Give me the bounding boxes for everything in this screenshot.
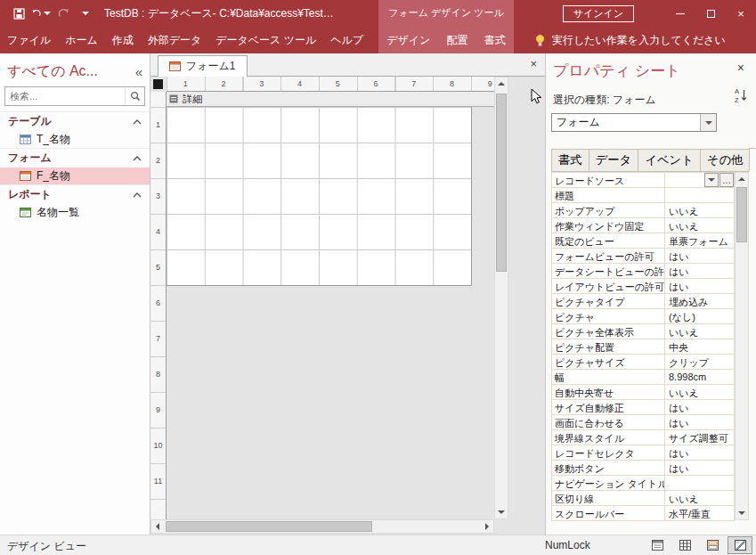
document-close-button[interactable]: × bbox=[530, 57, 537, 70]
design-view-button[interactable] bbox=[728, 536, 752, 554]
property-row[interactable]: スクロールバー水平/垂直 bbox=[552, 506, 734, 521]
detail-section-bar[interactable]: 詳細 bbox=[167, 92, 494, 107]
scroll-up-button[interactable] bbox=[736, 173, 748, 185]
redo-button[interactable] bbox=[53, 4, 73, 23]
nav-group-forms: フォーム F_名物 bbox=[0, 148, 150, 184]
nav-group-header-tables[interactable]: テーブル bbox=[0, 112, 150, 131]
tab-file[interactable]: ファイル bbox=[0, 27, 58, 53]
property-row[interactable]: レイアウトビューの許可はい bbox=[552, 279, 734, 294]
layout-view-icon bbox=[707, 540, 719, 551]
property-row[interactable]: 標題 bbox=[552, 188, 734, 203]
property-row[interactable]: ポップアップいいえ bbox=[552, 203, 734, 218]
property-row[interactable]: サイズ自動修正はい bbox=[552, 400, 734, 415]
property-row[interactable]: ピクチャタイプ埋め込み bbox=[552, 294, 734, 309]
chevron-down-icon bbox=[705, 121, 712, 125]
scroll-left-button[interactable] bbox=[151, 520, 164, 533]
object-selector-dropdown-button[interactable] bbox=[700, 114, 716, 131]
horizontal-scroll-thumb[interactable] bbox=[166, 521, 372, 532]
property-row[interactable]: 画面に合わせるはい bbox=[552, 415, 734, 430]
nav-item-table[interactable]: T_名物 bbox=[0, 131, 150, 148]
property-row[interactable]: 幅8.998cm bbox=[552, 370, 734, 385]
property-sheet-scrollbar[interactable] bbox=[735, 172, 749, 520]
form-design-grid[interactable] bbox=[167, 107, 472, 286]
property-row[interactable]: 自動中央寄せいいえ bbox=[552, 385, 734, 400]
document-horizontal-scrollbar[interactable] bbox=[150, 519, 494, 534]
horizontal-ruler[interactable]: 1 2 3 4 5 6 7 8 9 bbox=[167, 77, 494, 92]
maximize-button[interactable] bbox=[695, 0, 726, 27]
svg-text:A: A bbox=[735, 87, 739, 95]
tab-arrange[interactable]: 配置 bbox=[440, 27, 476, 53]
minimize-button[interactable] bbox=[665, 0, 695, 27]
property-scroll-thumb[interactable] bbox=[736, 187, 747, 242]
property-row[interactable]: 作業ウィンドウ固定いいえ bbox=[552, 218, 734, 233]
navigation-pane-title: すべての Ac... bbox=[7, 62, 135, 81]
form-view-button[interactable] bbox=[645, 536, 670, 554]
scroll-down-button[interactable] bbox=[495, 506, 508, 518]
property-row[interactable]: ナビゲーション タイトル bbox=[552, 476, 734, 491]
tab-design[interactable]: デザイン bbox=[379, 27, 437, 53]
close-button[interactable]: × bbox=[726, 0, 756, 27]
vertical-scroll-thumb[interactable] bbox=[496, 94, 507, 272]
vertical-ruler[interactable]: 1 2 3 4 5 6 7 8 9 10 11 bbox=[150, 92, 167, 519]
property-row[interactable]: 移動ボタンはい bbox=[552, 461, 734, 476]
scroll-up-button[interactable] bbox=[495, 78, 508, 90]
document-tab-form1[interactable]: フォーム1 bbox=[158, 55, 248, 77]
property-row[interactable]: ピクチャ全体表示いいえ bbox=[552, 324, 734, 339]
tab-all[interactable]: すべて bbox=[749, 148, 756, 172]
table-icon bbox=[20, 135, 31, 144]
tab-data[interactable]: データ bbox=[589, 149, 639, 172]
undo-icon bbox=[31, 8, 42, 20]
property-row[interactable]: フォームビューの許可はい bbox=[552, 249, 734, 264]
tab-database-tools[interactable]: データベース ツール bbox=[208, 27, 323, 53]
record-source-dropdown-button[interactable] bbox=[704, 173, 719, 187]
save-button[interactable] bbox=[9, 4, 28, 23]
property-row[interactable]: ピクチャ配置中央 bbox=[552, 339, 734, 355]
tab-help[interactable]: ヘルプ bbox=[323, 27, 370, 53]
property-tabs: 書式 データ イベント その他 すべて bbox=[551, 153, 756, 172]
nav-group-header-forms[interactable]: フォーム bbox=[0, 149, 150, 167]
search-button[interactable] bbox=[125, 87, 144, 105]
search-input[interactable] bbox=[5, 91, 125, 102]
object-selector-combo[interactable]: フォーム bbox=[551, 113, 717, 132]
minimize-icon bbox=[676, 13, 685, 14]
layout-view-button[interactable] bbox=[700, 536, 725, 554]
nav-item-form-selected[interactable]: F_名物 bbox=[0, 167, 150, 184]
tab-other[interactable]: その他 bbox=[700, 149, 751, 172]
undo-button[interactable] bbox=[31, 4, 51, 23]
property-row[interactable]: レコードソース … bbox=[552, 173, 734, 188]
scroll-right-button[interactable] bbox=[481, 520, 493, 533]
record-source-value[interactable]: … bbox=[665, 173, 734, 187]
form-selector-box[interactable] bbox=[153, 79, 163, 89]
record-source-builder-button[interactable]: … bbox=[719, 173, 734, 187]
property-row[interactable]: ピクチャサイズクリップ bbox=[552, 355, 734, 370]
property-row[interactable]: 既定のビュー単票フォーム bbox=[552, 233, 734, 249]
customize-qat-button[interactable] bbox=[76, 4, 95, 23]
maximize-icon bbox=[707, 10, 715, 18]
sign-in-button[interactable]: サインイン bbox=[563, 5, 634, 22]
nav-group-header-reports[interactable]: レポート bbox=[0, 185, 150, 204]
property-sheet-close-button[interactable]: × bbox=[737, 61, 744, 75]
scroll-down-button[interactable] bbox=[736, 507, 748, 519]
property-row[interactable]: ピクチャ(なし) bbox=[552, 309, 734, 324]
svg-text:Z: Z bbox=[735, 96, 739, 104]
datasheet-view-button[interactable] bbox=[672, 536, 697, 554]
tab-home[interactable]: ホーム bbox=[58, 27, 105, 53]
property-row[interactable]: 区切り線いいえ bbox=[552, 491, 734, 506]
sort-az-button[interactable]: AZ bbox=[735, 87, 747, 106]
tab-event[interactable]: イベント bbox=[638, 149, 701, 172]
tab-external-data[interactable]: 外部データ bbox=[141, 27, 209, 53]
navigation-pane: すべての Ac... « テーブル T_名物 bbox=[0, 53, 150, 535]
chevron-down-icon bbox=[708, 178, 715, 182]
status-bar: デザイン ビュー NumLock bbox=[0, 535, 756, 555]
tab-create[interactable]: 作成 bbox=[105, 27, 141, 53]
tell-me-box[interactable]: 実行したい作業を入力してください bbox=[534, 27, 726, 53]
property-row[interactable]: レコードセレクタはい bbox=[552, 445, 734, 461]
tab-format[interactable]: 書式 bbox=[551, 149, 589, 172]
document-vertical-scrollbar[interactable] bbox=[494, 77, 508, 519]
property-row[interactable]: データシートビューの許可はい bbox=[552, 264, 734, 279]
tab-format[interactable]: 書式 bbox=[477, 27, 513, 53]
property-row[interactable]: 境界線スタイルサイズ調整可 bbox=[552, 430, 734, 445]
collapse-pane-button[interactable]: « bbox=[135, 64, 142, 79]
chevron-up-icon bbox=[133, 156, 142, 161]
nav-item-report[interactable]: 名物一覧 bbox=[0, 204, 150, 221]
